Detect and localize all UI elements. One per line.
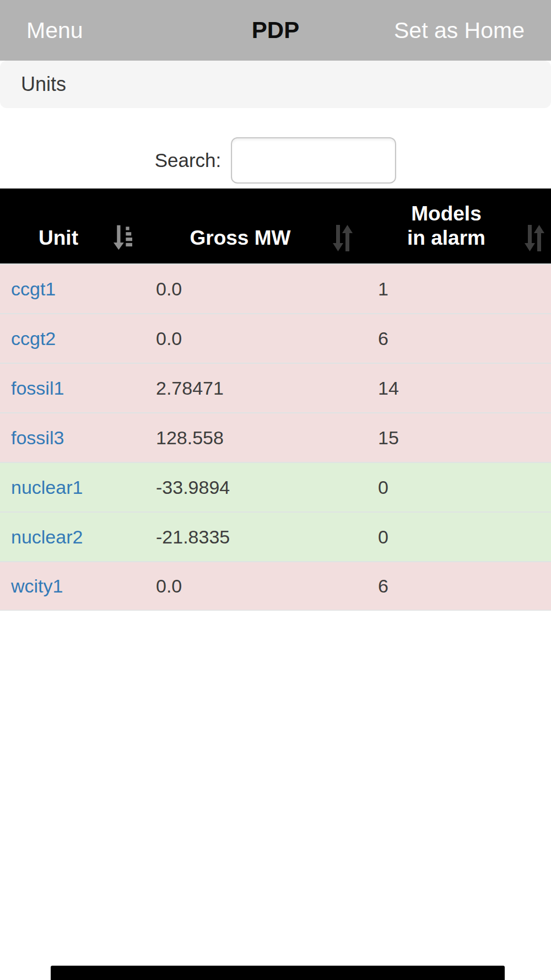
models-in-alarm-value: 6 [364,314,551,363]
models-in-alarm-value: 6 [364,562,551,610]
units-section-label: Units [21,73,66,96]
models-in-alarm-value: 1 [364,265,551,313]
unit-link[interactable]: ccgt2 [11,328,56,349]
models-in-alarm-value: 0 [364,463,551,511]
units-table: Unit Gross MW [0,189,551,611]
column-header-models-in-alarm[interactable]: Models in alarm [364,189,551,263]
column-label-models-in-alarm: Models in alarm [407,202,485,250]
unit-link[interactable]: fossil1 [11,378,64,399]
table-row: nuclear1 -33.9894 0 [0,462,551,511]
gross-mw-value: 2.78471 [143,364,364,412]
unit-link[interactable]: wcity1 [11,575,63,597]
sort-amount-asc-icon [114,224,132,251]
table-row: fossil3 128.558 15 [0,412,551,462]
menu-button[interactable]: Menu [26,18,83,44]
column-header-unit[interactable]: Unit [0,189,143,263]
page-title: PDP [252,17,299,44]
search-input[interactable] [231,137,396,184]
gross-mw-value: 0.0 [143,314,364,363]
sort-both-icon [525,225,544,251]
unit-link[interactable]: nuclear2 [11,526,83,548]
gross-mw-value: 0.0 [143,265,364,313]
home-indicator-bar [51,966,505,980]
gross-mw-value: -21.8335 [143,513,364,561]
unit-link[interactable]: nuclear1 [11,477,83,498]
models-in-alarm-value: 15 [364,413,551,462]
set-as-home-button[interactable]: Set as Home [394,18,525,44]
table-row: ccgt1 0.0 1 [0,263,551,313]
sort-both-icon [333,225,353,251]
column-label-unit: Unit [39,226,78,250]
gross-mw-value: 0.0 [143,562,364,610]
models-in-alarm-value: 14 [364,364,551,412]
table-row: nuclear2 -21.8335 0 [0,511,551,561]
table-row: wcity1 0.0 6 [0,561,551,611]
unit-link[interactable]: ccgt1 [11,278,56,300]
search-label: Search: [155,149,222,171]
gross-mw-value: 128.558 [143,413,364,462]
unit-link[interactable]: fossil3 [11,427,64,449]
gross-mw-value: -33.9894 [143,463,364,511]
table-header: Unit Gross MW [0,189,551,263]
top-navbar: Menu PDP Set as Home [0,0,551,61]
table-row: fossil1 2.78471 14 [0,363,551,412]
table-row: ccgt2 0.0 6 [0,313,551,363]
column-label-gross-mw: Gross MW [190,226,291,250]
units-section-bar: Units [0,61,551,108]
column-header-gross-mw[interactable]: Gross MW [143,189,364,263]
search-row: Search: [0,137,551,184]
app-screen: Menu PDP Set as Home Units Search: Unit [0,0,551,980]
models-in-alarm-value: 0 [364,513,551,561]
